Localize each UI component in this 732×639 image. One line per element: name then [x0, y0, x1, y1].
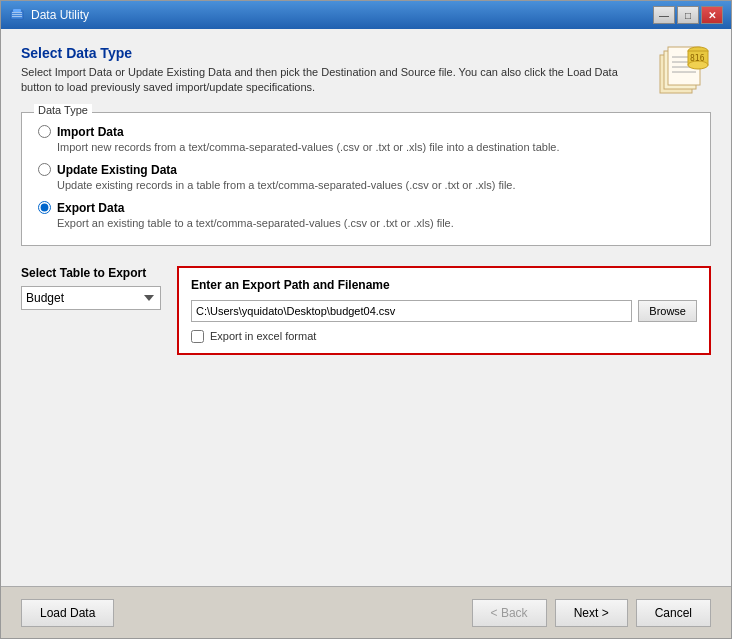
cancel-button[interactable]: Cancel	[636, 599, 711, 627]
update-data-desc: Update existing records in a table from …	[57, 179, 694, 191]
window-icon	[9, 7, 25, 23]
export-path-section: Enter an Export Path and Filename Browse…	[177, 266, 711, 355]
update-data-row: Update Existing Data	[38, 163, 694, 177]
group-legend: Data Type	[34, 104, 92, 116]
excel-label[interactable]: Export in excel format	[210, 330, 316, 342]
minimize-button[interactable]: —	[653, 6, 675, 24]
update-data-option: Update Existing Data Update existing rec…	[38, 163, 694, 191]
table-select[interactable]: Budget Customers Orders	[21, 286, 161, 310]
import-data-desc: Import new records from a text/comma-sep…	[57, 141, 694, 153]
import-data-label[interactable]: Import Data	[57, 125, 124, 139]
main-window: Data Utility — □ ✕ Select Data Type Sele…	[0, 0, 732, 639]
footer: Load Data < Back Next > Cancel	[1, 586, 731, 638]
svg-rect-3	[12, 14, 22, 15]
title-bar: Data Utility — □ ✕	[1, 1, 731, 29]
svg-rect-1	[13, 9, 21, 12]
svg-rect-2	[12, 12, 22, 13]
footer-right: < Back Next > Cancel	[472, 599, 711, 627]
export-path-row: Browse	[191, 300, 697, 322]
select-table-section: Select Table to Export Budget Customers …	[21, 266, 161, 310]
export-path-label: Enter an Export Path and Filename	[191, 278, 697, 292]
select-table-label: Select Table to Export	[21, 266, 161, 280]
window-controls: — □ ✕	[653, 6, 723, 24]
export-path-input[interactable]	[191, 300, 632, 322]
content-area: Select Data Type Select Import Data or U…	[1, 29, 731, 586]
maximize-button[interactable]: □	[677, 6, 699, 24]
window-title: Data Utility	[31, 8, 653, 22]
header-icon: 816	[651, 45, 711, 95]
bottom-section: Select Table to Export Budget Customers …	[21, 266, 711, 355]
update-data-radio[interactable]	[38, 163, 51, 176]
export-data-radio[interactable]	[38, 201, 51, 214]
header-text: Select Data Type Select Import Data or U…	[21, 45, 639, 96]
load-data-button[interactable]: Load Data	[21, 599, 114, 627]
close-button[interactable]: ✕	[701, 6, 723, 24]
import-data-radio[interactable]	[38, 125, 51, 138]
header-section: Select Data Type Select Import Data or U…	[21, 45, 711, 96]
page-description: Select Import Data or Update Existing Da…	[21, 65, 639, 96]
export-data-option: Export Data Export an existing table to …	[38, 201, 694, 229]
import-data-option: Import Data Import new records from a te…	[38, 125, 694, 153]
svg-text:816: 816	[690, 54, 705, 63]
excel-row: Export in excel format	[191, 330, 697, 343]
import-data-row: Import Data	[38, 125, 694, 139]
back-button[interactable]: < Back	[472, 599, 547, 627]
next-button[interactable]: Next >	[555, 599, 628, 627]
export-data-row: Export Data	[38, 201, 694, 215]
excel-checkbox[interactable]	[191, 330, 204, 343]
export-data-label[interactable]: Export Data	[57, 201, 124, 215]
export-data-desc: Export an existing table to a text/comma…	[57, 217, 694, 229]
page-title: Select Data Type	[21, 45, 639, 61]
data-type-group: Data Type Import Data Import new records…	[21, 112, 711, 246]
update-data-label[interactable]: Update Existing Data	[57, 163, 177, 177]
browse-button[interactable]: Browse	[638, 300, 697, 322]
footer-left: Load Data	[21, 599, 472, 627]
svg-rect-4	[12, 16, 22, 17]
